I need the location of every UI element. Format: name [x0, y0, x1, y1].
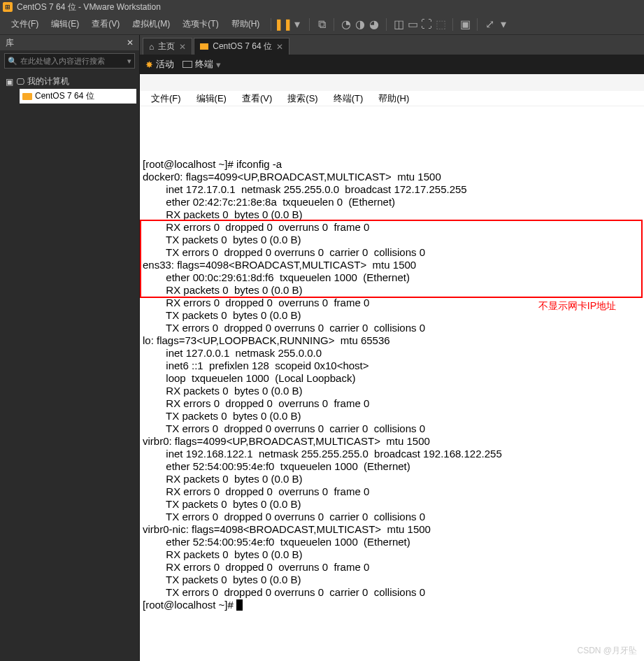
tree-root[interactable]: ▣ 🖵 我的计算机 — [3, 74, 136, 89]
terminal-line: ether 00:0c:29:61:8d:f6 txqueuelen 1000 … — [143, 271, 641, 284]
term-menu-view[interactable]: 查看(V) — [235, 91, 279, 106]
terminal-line: RX packets 0 bytes 0 (0.0 B) — [143, 284, 641, 297]
terminal-line: TX packets 0 bytes 0 (0.0 B) — [143, 498, 641, 511]
tree-root-label: 我的计算机 — [27, 76, 69, 87]
tab-home[interactable]: ⌂ 主页 ✕ — [143, 38, 192, 55]
terminal-line: TX errors 0 dropped 0 overruns 0 carrier… — [143, 422, 641, 435]
terminal-line: loop txqueuelen 1000 (Local Loopback) — [143, 372, 641, 385]
collapse-icon: ▣ — [6, 77, 13, 87]
terminal-line: TX errors 0 dropped 0 overruns 0 carrier… — [143, 246, 641, 259]
tab-close-icon[interactable]: ✕ — [179, 42, 186, 52]
search-dropdown-icon[interactable]: ▾ — [127, 57, 131, 66]
vm-icon — [22, 93, 32, 100]
separator — [309, 18, 310, 31]
terminal-line: RX errors 0 dropped 0 overruns 0 frame 0 — [143, 561, 641, 574]
terminal-line: RX errors 0 dropped 0 overruns 0 frame 0 — [143, 221, 641, 234]
main-area: 库 ✕ 🔍 在此处键入内容进行搜索 ▾ ▣ 🖵 我的计算机 CentOS 7 6… — [0, 35, 644, 661]
content-area: ⌂ 主页 ✕ CentOS 7 64 位 ✕ ✸ 活动 终端 ▾ 文件 — [140, 35, 644, 661]
terminal-line: TX errors 0 dropped 0 overruns 0 carrier… — [143, 511, 641, 523]
terminal-line: docker0: flags=4099<UP,BROADCAST,MULTICA… — [143, 171, 641, 183]
activities-label: 活动 — [156, 58, 174, 71]
separator — [452, 18, 453, 31]
pause-icon[interactable]: ❚❚ — [277, 18, 289, 31]
terminal-output[interactable]: 不显示网卡IP地址 [root@localhost ~]# ifconfig -… — [140, 106, 644, 661]
tab-vm-label: CentOS 7 64 位 — [213, 41, 272, 52]
tab-home-label: 主页 — [158, 41, 175, 52]
fullscreen-icon[interactable]: ⛶ — [420, 18, 433, 31]
activities-icon: ✸ — [145, 59, 153, 70]
separator — [477, 18, 478, 31]
terminal-line: RX packets 0 bytes 0 (0.0 B) — [143, 385, 641, 397]
terminal-line: ether 52:54:00:95:4e:f0 txqueuelen 1000 … — [143, 460, 641, 473]
terminal-line: RX packets 0 bytes 0 (0.0 B) — [143, 208, 641, 221]
terminal-line: virbr0: flags=4099<UP,BROADCAST,MULTICAS… — [143, 435, 641, 448]
menu-edit[interactable]: 编辑(E) — [45, 15, 85, 33]
menu-file[interactable]: 文件(F) — [6, 15, 44, 33]
sidebar-search[interactable]: 🔍 在此处键入内容进行搜索 ▾ — [4, 53, 135, 69]
sidebar-header: 库 ✕ — [0, 35, 139, 50]
vmware-logo-icon: ⊞ — [3, 2, 13, 12]
terminal-line: lo: flags=73<UP,LOOPBACK,RUNNING> mtu 65… — [143, 334, 641, 347]
terminal-line: TX packets 0 bytes 0 (0.0 B) — [143, 574, 641, 586]
terminal-line: ether 52:54:00:95:4e:f0 txqueuelen 1000 … — [143, 536, 641, 548]
dropdown2-icon[interactable]: ▾ — [497, 18, 510, 31]
separator — [334, 18, 334, 31]
close-sidebar-icon[interactable]: ✕ — [127, 38, 134, 48]
snapshot-manager-icon[interactable]: ◕ — [368, 18, 380, 31]
terminal-app-button[interactable]: 终端 ▾ — [183, 58, 221, 71]
terminal-line: inet 127.0.0.1 netmask 255.0.0.0 — [143, 347, 641, 360]
term-menu-terminal[interactable]: 终端(T) — [327, 91, 371, 106]
terminal-label: 终端 — [195, 58, 213, 71]
console-icon[interactable]: ▣ — [459, 18, 471, 31]
menu-view[interactable]: 查看(V) — [86, 15, 125, 33]
tab-vm[interactable]: CentOS 7 64 位 ✕ — [194, 38, 289, 55]
cursor — [236, 599, 243, 611]
sidebar-title: 库 — [6, 37, 14, 49]
terminal-line: RX packets 0 bytes 0 (0.0 B) — [143, 548, 641, 561]
terminal-line: RX errors 0 dropped 0 overruns 0 frame 0 — [143, 397, 641, 410]
activities-button[interactable]: ✸ 活动 — [145, 58, 174, 71]
terminal-line: RX errors 0 dropped 0 overruns 0 frame 0 — [143, 485, 641, 498]
terminal-line: inet6 ::1 prefixlen 128 scopeid 0x10<hos… — [143, 360, 641, 372]
watermark: CSDN @月牙坠 — [577, 645, 637, 657]
terminal-line: TX packets 0 bytes 0 (0.0 B) — [143, 410, 641, 422]
terminal-menubar: 文件(F) 编辑(E) 查看(V) 搜索(S) 终端(T) 帮助(H) — [140, 91, 644, 106]
send-ctrl-alt-del-icon[interactable]: ⧉ — [315, 18, 328, 31]
computer-icon: 🖵 — [16, 77, 24, 87]
search-placeholder: 在此处键入内容进行搜索 — [20, 56, 105, 66]
term-menu-file[interactable]: 文件(F) — [144, 91, 188, 106]
window-gap — [140, 74, 644, 91]
unity-icon[interactable]: ▭ — [406, 18, 419, 31]
menu-vm[interactable]: 虚拟机(M) — [127, 15, 176, 33]
term-menu-help[interactable]: 帮助(H) — [371, 91, 416, 106]
layout-icon[interactable]: ◫ — [392, 18, 405, 31]
term-menu-edit[interactable]: 编辑(E) — [189, 91, 234, 106]
tree-vm-item[interactable]: CentOS 7 64 位 — [20, 89, 136, 104]
window-title: CentOS 7 64 位 - VMware Workstation — [17, 1, 161, 13]
menu-help[interactable]: 帮助(H) — [226, 15, 266, 33]
home-icon: ⌂ — [149, 42, 154, 52]
snapshot-revert-icon[interactable]: ◑ — [354, 18, 366, 31]
terminal-line: ether 02:42:7c:21:8e:8a txqueuelen 0 (Et… — [143, 196, 641, 208]
separator — [271, 18, 271, 31]
exclusive-icon[interactable]: ⬚ — [434, 18, 447, 31]
chevron-down-icon: ▾ — [216, 59, 221, 70]
dropdown-icon[interactable]: ▾ — [291, 18, 303, 31]
terminal-icon — [183, 61, 192, 68]
tab-close-icon[interactable]: ✕ — [276, 42, 283, 52]
terminal-line: ens33: flags=4098<BROADCAST,MULTICAST> m… — [143, 259, 641, 271]
terminal-line: TX errors 0 dropped 0 overruns 0 carrier… — [143, 586, 641, 599]
separator — [386, 18, 387, 31]
snapshot-icon[interactable]: ◔ — [340, 18, 352, 31]
gnome-topbar: ✸ 活动 终端 ▾ — [140, 55, 644, 74]
term-menu-search[interactable]: 搜索(S) — [280, 91, 324, 106]
annotation-text: 不显示网卡IP地址 — [538, 299, 616, 312]
tree-vm-label: CentOS 7 64 位 — [35, 90, 94, 102]
terminal-line: [root@localhost ~]# ifconfig -a — [143, 158, 641, 171]
stretch-icon[interactable]: ⤢ — [483, 18, 496, 31]
menu-tabs[interactable]: 选项卡(T) — [177, 15, 224, 33]
terminal-line: inet 192.168.122.1 netmask 255.255.255.0… — [143, 448, 641, 460]
terminal-line: RX packets 0 bytes 0 (0.0 B) — [143, 473, 641, 485]
vm-tab-icon — [200, 43, 208, 50]
terminal-line: inet 172.17.0.1 netmask 255.255.0.0 broa… — [143, 183, 641, 196]
